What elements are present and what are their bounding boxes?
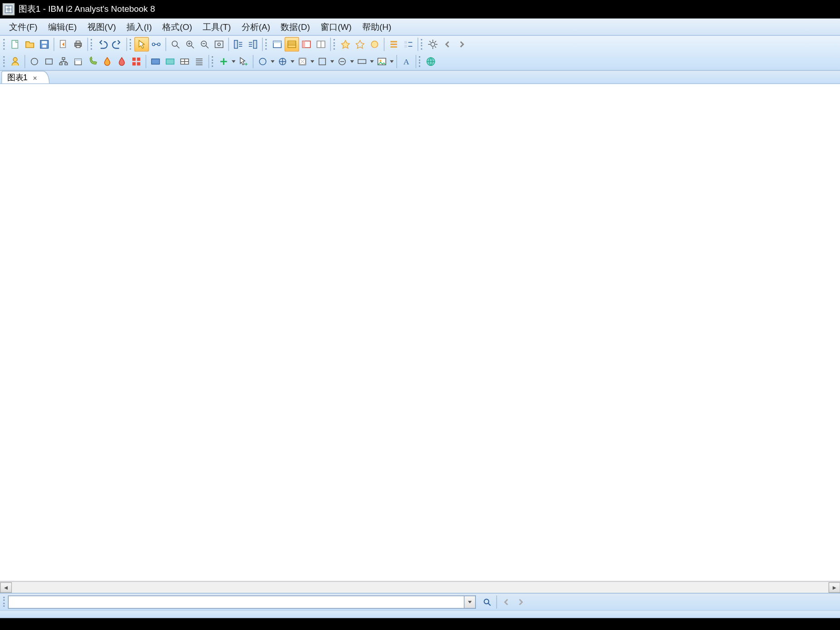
list-lines-button[interactable]	[192, 54, 206, 69]
toolbar-grip[interactable]	[129, 39, 132, 50]
toolbar-separator	[396, 55, 397, 68]
settings-button[interactable]	[426, 37, 440, 52]
svg-rect-44	[151, 59, 160, 64]
list-2-button[interactable]	[401, 37, 416, 52]
scroll-track[interactable]	[12, 582, 828, 592]
toolbar-area: A	[0, 36, 840, 71]
grid-button[interactable]	[129, 54, 144, 69]
add-dropdown-button[interactable]	[216, 54, 236, 69]
toolbar-grip[interactable]	[3, 39, 6, 50]
toolbar-separator	[228, 38, 229, 51]
menu-view[interactable]: 视图(V)	[82, 19, 121, 34]
menu-file[interactable]: 文件(F)	[4, 19, 43, 34]
nav-prev-button[interactable]	[440, 37, 455, 52]
layout-right-button[interactable]	[246, 37, 260, 52]
nav-next-button[interactable]	[455, 37, 469, 52]
scroll-left-button[interactable]: ◄	[0, 582, 12, 592]
card-blue-button[interactable]	[148, 54, 163, 69]
toolbar-grip[interactable]	[418, 56, 422, 68]
rect-style-dropdown[interactable]	[354, 54, 374, 69]
svg-rect-50	[319, 58, 326, 65]
globe-button[interactable]	[423, 54, 438, 69]
search-input[interactable]	[8, 595, 465, 608]
menu-insert[interactable]: 插入(I)	[121, 19, 157, 34]
horizontal-scrollbar[interactable]: ◄ ►	[0, 581, 840, 593]
entity-button[interactable]	[8, 54, 23, 69]
redo-button[interactable]	[110, 37, 124, 52]
svg-rect-42	[132, 62, 136, 65]
svg-rect-45	[166, 59, 174, 64]
shape-style-dropdown[interactable]	[295, 54, 315, 69]
toolbar-grip[interactable]	[333, 39, 336, 50]
scroll-right-button[interactable]: ►	[829, 582, 840, 592]
toolbar-grip[interactable]	[211, 56, 214, 68]
card-cyan-button[interactable]	[163, 54, 177, 69]
text-tool-button[interactable]: A	[399, 54, 413, 69]
svg-rect-43	[137, 62, 140, 65]
org-entity-button[interactable]	[56, 54, 71, 69]
find-button[interactable]	[168, 37, 183, 52]
square-style-dropdown[interactable]	[315, 54, 335, 69]
layout-left-button[interactable]	[231, 37, 245, 52]
svg-point-33	[31, 58, 38, 65]
toolbar-grip[interactable]	[3, 56, 6, 68]
circle-entity-button[interactable]	[27, 54, 42, 69]
toolbar-grip[interactable]	[420, 39, 423, 50]
new-file-button[interactable]	[8, 37, 23, 52]
link-tool-button[interactable]	[149, 37, 163, 52]
search-next-button[interactable]	[514, 595, 527, 608]
search-go-button[interactable]	[481, 595, 494, 608]
print-button[interactable]	[71, 37, 85, 52]
circle-style-dropdown[interactable]	[255, 54, 275, 69]
svg-rect-29	[404, 41, 407, 44]
titlebar: 图表1 - IBM i2 Analyst's Notebook 8	[0, 0, 840, 19]
flame-2-button[interactable]	[115, 54, 129, 69]
flame-1-button[interactable]	[100, 54, 114, 69]
search-prev-button[interactable]	[500, 595, 513, 608]
close-tab-icon[interactable]: ×	[33, 74, 37, 82]
pane-1-button[interactable]	[270, 37, 285, 52]
toolbar-grip[interactable]	[3, 596, 6, 608]
search-dropdown-button[interactable]	[465, 595, 476, 608]
undo-button[interactable]	[95, 37, 110, 52]
decor-style-dropdown[interactable]	[275, 54, 295, 69]
svg-point-13	[152, 43, 155, 46]
phone-entity-button[interactable]	[85, 54, 100, 69]
menu-data[interactable]: 数据(D)	[276, 19, 316, 34]
save-file-button[interactable]	[37, 37, 52, 52]
document-tab[interactable]: 图表1 ×	[1, 71, 50, 83]
highlight-2-button[interactable]	[353, 37, 367, 52]
toolbar-separator	[418, 38, 418, 51]
pointer-add-button[interactable]	[236, 54, 251, 69]
list-1-button[interactable]	[387, 37, 401, 52]
menu-format[interactable]: 格式(O)	[157, 19, 198, 34]
import-button[interactable]	[56, 37, 71, 52]
menu-analyze[interactable]: 分析(A)	[236, 19, 276, 34]
card-grid-button[interactable]	[177, 54, 192, 69]
image-style-dropdown[interactable]	[374, 54, 394, 69]
pane-2-button[interactable]	[285, 37, 299, 52]
pane-3-button[interactable]	[299, 37, 314, 52]
minus-style-dropdown[interactable]	[335, 54, 355, 69]
chart-canvas[interactable]	[0, 84, 840, 581]
zoom-in-button[interactable]	[183, 37, 197, 52]
svg-rect-52	[358, 59, 366, 63]
svg-rect-21	[253, 40, 257, 48]
zoom-fit-button[interactable]	[212, 37, 226, 52]
svg-rect-18	[215, 41, 223, 48]
pointer-tool-button[interactable]	[134, 37, 149, 52]
pane-4-button[interactable]	[314, 37, 328, 52]
svg-rect-37	[65, 63, 68, 65]
toolbar-grip[interactable]	[90, 39, 93, 50]
menu-window[interactable]: 窗口(W)	[315, 19, 357, 34]
open-file-button[interactable]	[23, 37, 37, 52]
toolbar-grip[interactable]	[265, 39, 268, 50]
highlight-3-button[interactable]	[367, 37, 382, 52]
event-entity-button[interactable]	[71, 54, 85, 69]
menu-tools[interactable]: 工具(T)	[198, 19, 237, 34]
box-entity-button[interactable]	[42, 54, 56, 69]
highlight-1-button[interactable]	[338, 37, 353, 52]
menu-edit[interactable]: 编辑(E)	[43, 19, 82, 34]
menu-help[interactable]: 帮助(H)	[357, 19, 397, 34]
zoom-out-button[interactable]	[197, 37, 212, 52]
